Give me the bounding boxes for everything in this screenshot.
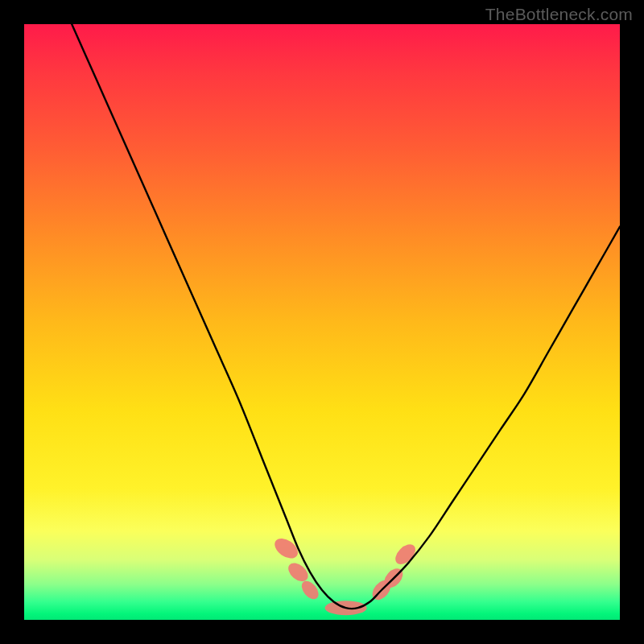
chart-svg <box>24 24 620 620</box>
marker-left-low <box>299 578 322 602</box>
marker-left-upper <box>271 535 302 563</box>
plot-area <box>24 24 620 620</box>
chart-frame: TheBottleneck.com <box>0 0 644 644</box>
bottleneck-curve <box>72 24 620 609</box>
watermark-text: TheBottleneck.com <box>485 5 633 24</box>
